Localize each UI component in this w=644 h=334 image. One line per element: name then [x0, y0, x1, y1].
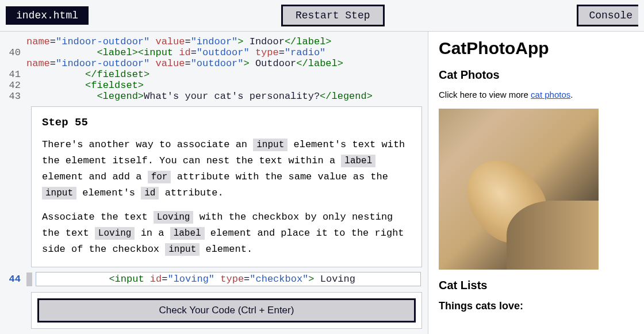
gutter: 43	[0, 91, 26, 102]
preview-h2-photos: Cat Photos	[439, 68, 634, 82]
cursor-marker	[26, 272, 32, 286]
gutter: 44	[0, 274, 26, 285]
cat-image[interactable]	[439, 109, 599, 270]
preview-h3: Things cats love:	[439, 300, 634, 312]
instruction-paragraph: There's another way to associate an inpu…	[42, 137, 411, 201]
gutter: 42	[0, 80, 26, 91]
editable-code-line[interactable]: 44 <input id="loving" type="checkbox"> L…	[0, 272, 428, 286]
preview-pane: CatPhotoApp Cat Photos Click here to vie…	[428, 32, 644, 334]
file-tab-index[interactable]: index.html	[6, 6, 89, 25]
check-code-button[interactable]: Check Your Code (Ctrl + Enter)	[37, 298, 416, 323]
gutter: 40	[0, 47, 26, 58]
code-line[interactable]: 43 <legend>What's your cat's personality…	[0, 91, 428, 102]
code-line[interactable]: name="indoor-outdoor" value="outdoor"> O…	[0, 58, 428, 69]
code-line[interactable]: 42 <fieldset>	[0, 80, 428, 91]
code-line[interactable]: 40 <label><input id="outdoor" type="radi…	[0, 47, 428, 58]
preview-h1: CatPhotoApp	[439, 39, 634, 58]
code-input[interactable]: <input id="loving" type="checkbox"> Lovi…	[36, 272, 421, 286]
toolbar: index.html Restart Step Console	[0, 0, 644, 32]
step-title: Step 55	[42, 116, 411, 129]
check-container: Check Your Code (Ctrl + Enter)	[31, 292, 422, 329]
code-line[interactable]: name="indoor-outdoor" value="indoor"> In…	[0, 36, 428, 47]
preview-paragraph: Click here to view more cat photos.	[439, 90, 634, 99]
preview-h2-lists: Cat Lists	[439, 279, 634, 292]
cat-photos-link[interactable]: cat photos	[531, 90, 570, 99]
gutter: 41	[0, 69, 26, 80]
instruction-paragraph: Associate the text Loving with the check…	[42, 209, 411, 258]
code-line[interactable]: 41 </fieldset>	[0, 69, 428, 80]
step-instructions: Step 55 There's another way to associate…	[31, 106, 422, 267]
code-editor[interactable]: name="indoor-outdoor" value="indoor"> In…	[0, 32, 428, 334]
restart-step-button[interactable]: Restart Step	[281, 5, 385, 26]
console-button[interactable]: Console	[577, 5, 638, 26]
